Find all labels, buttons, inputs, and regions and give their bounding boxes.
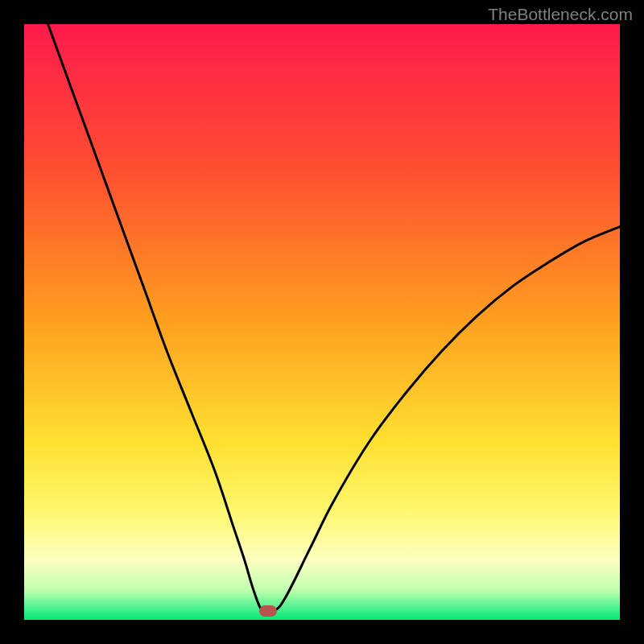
plot-area [24,24,620,620]
bottleneck-curve [24,24,620,620]
watermark-text: TheBottleneck.com [488,5,633,24]
optimal-point-marker [259,605,277,617]
